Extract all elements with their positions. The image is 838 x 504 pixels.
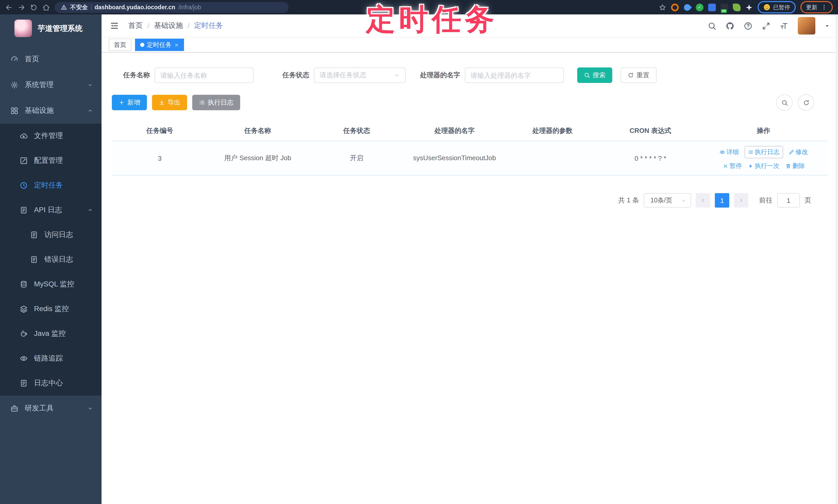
scrollbar[interactable]: [835, 14, 838, 504]
close-icon: [722, 163, 728, 169]
sidebar-item-label: Redis 监控: [34, 304, 69, 314]
blue-drop-extension-icon[interactable]: [683, 3, 692, 12]
chevron-down-icon: [87, 82, 93, 88]
pause-link[interactable]: 暂停: [722, 161, 742, 170]
next-page-button[interactable]: [734, 193, 748, 208]
breadcrumb-current: 定时任务: [194, 21, 223, 30]
breadcrumb-separator: /: [147, 22, 150, 30]
search-button[interactable]: 搜索: [577, 68, 612, 83]
task-name-input[interactable]: [155, 68, 254, 83]
url-host: dashboard.yudao.iocoder.cn: [94, 4, 175, 10]
dashboard-icon: [10, 55, 19, 64]
row-exec-log-link[interactable]: 执行日志: [745, 146, 783, 158]
blue-grid-extension-icon[interactable]: [708, 3, 716, 11]
plus-icon: [119, 100, 125, 106]
fullscreen-icon[interactable]: [762, 21, 770, 30]
cell-actions: 详细 执行日志 修改: [699, 146, 828, 170]
cell-task-name: 用户 Session 超时 Job: [208, 154, 308, 163]
handler-name-input[interactable]: [465, 68, 564, 83]
add-button[interactable]: 新增: [112, 95, 147, 110]
sidebar-item-error-log[interactable]: 错误日志: [0, 247, 102, 272]
sidebar-item-tracing[interactable]: 链路追踪: [0, 346, 102, 371]
sidebar-item-file-mgmt[interactable]: 文件管理: [0, 124, 102, 148]
app-title: 芋道管理系统: [38, 23, 83, 33]
sidebar-item-api-log[interactable]: API 日志: [0, 198, 102, 222]
sidebar-item-label: 文件管理: [34, 131, 63, 141]
caret-down-icon[interactable]: [825, 23, 830, 28]
close-icon[interactable]: [174, 42, 179, 47]
bookmark-star-icon[interactable]: [659, 3, 666, 11]
prev-page-button[interactable]: [696, 193, 710, 208]
filter-form: 任务名称 任务状态 请选择任务状态 处理器的名字 搜索 重置: [112, 68, 828, 83]
current-page-button[interactable]: 1: [715, 193, 729, 208]
column-header: 任务状态: [308, 126, 406, 136]
url-bar[interactable]: 不安全 dashboard.yudao.iocoder.cn /infra/jo…: [55, 2, 289, 13]
profile-paused-chip[interactable]: 已暂停: [757, 1, 796, 13]
column-header: 处理器的参数: [504, 126, 601, 136]
sidebar-item-home[interactable]: 首页: [0, 46, 102, 72]
breadcrumb-infra[interactable]: 基础设施: [154, 21, 183, 30]
white-star-extension-icon[interactable]: [745, 3, 753, 11]
sidebar-item-infra[interactable]: 基础设施: [0, 98, 102, 124]
sidebar-item-config-mgmt[interactable]: 配置管理: [0, 148, 102, 173]
edit-icon: [20, 157, 28, 165]
tab-home[interactable]: 首页: [109, 39, 132, 51]
pagination: 共 1 条 10条/页 1 前往 页: [112, 193, 828, 208]
url-path: /infra/job: [178, 4, 201, 10]
sidebar-item-label: 研发工具: [25, 404, 54, 413]
task-status-select[interactable]: 请选择任务状态: [314, 68, 406, 83]
table-row[interactable]: 3 用户 Session 超时 Job 开启 sysUserSessionTim…: [112, 142, 828, 176]
green-check-extension-icon[interactable]: ✓: [696, 3, 703, 11]
github-icon[interactable]: [726, 21, 734, 30]
eye-icon: [719, 149, 725, 155]
infra-submenu: 文件管理 配置管理 定时任务 API 日志 访问日志: [0, 124, 102, 396]
log-icon: [20, 206, 28, 214]
exec-log-button[interactable]: 执行日志: [192, 95, 240, 110]
toggle-search-button[interactable]: [776, 94, 793, 111]
sidebar-item-log-center[interactable]: 日志中心: [0, 371, 102, 396]
menu-dots-icon[interactable]: [821, 4, 827, 10]
run-once-link[interactable]: 执行一次: [748, 161, 780, 170]
column-header: CRON 表达式: [601, 126, 699, 136]
back-icon[interactable]: [5, 3, 13, 11]
sidebar-fold-icon[interactable]: [110, 21, 119, 30]
avatar[interactable]: [798, 17, 815, 35]
tab-scheduled-task[interactable]: 定时任务: [135, 39, 184, 51]
home-icon[interactable]: [42, 3, 50, 11]
dark-on-extension-icon[interactable]: on: [720, 3, 728, 11]
clock-icon: [20, 181, 28, 190]
sidebar-item-access-log[interactable]: 访问日志: [0, 222, 102, 247]
sidebar-item-java-monitor[interactable]: Java 监控: [0, 321, 102, 346]
column-header: 任务名称: [208, 126, 308, 136]
edit-link[interactable]: 修改: [788, 146, 808, 158]
search-icon[interactable]: [708, 21, 716, 30]
logo-image: [14, 20, 32, 37]
sidebar-item-redis-monitor[interactable]: Redis 监控: [0, 297, 102, 321]
leaf-extension-icon[interactable]: [733, 3, 740, 11]
update-chip[interactable]: 更新: [800, 1, 833, 13]
cloud-upload-icon: [20, 132, 28, 140]
search-icon: [781, 99, 788, 106]
text-size-icon[interactable]: [780, 21, 788, 30]
export-button[interactable]: 导出: [152, 95, 187, 110]
main-content: 任务名称 任务状态 请选择任务状态 处理器的名字 搜索 重置 新增: [102, 53, 838, 504]
chevron-left-icon: [700, 197, 706, 203]
chevron-up-icon: [87, 108, 93, 114]
sidebar-item-system[interactable]: 系统管理: [0, 72, 102, 98]
delete-link[interactable]: 删除: [785, 161, 805, 170]
page-size-value: 10条/页: [650, 196, 672, 205]
sidebar-item-scheduled-task[interactable]: 定时任务: [0, 173, 102, 198]
reload-icon[interactable]: [30, 3, 38, 11]
orange-donut-extension-icon[interactable]: [671, 3, 679, 11]
refresh-table-button[interactable]: [798, 94, 814, 111]
forward-icon[interactable]: [18, 3, 25, 11]
sidebar-item-dev-tools[interactable]: 研发工具: [0, 396, 102, 421]
sidebar-item-mysql-monitor[interactable]: MySQL 监控: [0, 272, 102, 297]
breadcrumb-home[interactable]: 首页: [128, 21, 143, 30]
page-size-select[interactable]: 10条/页: [644, 193, 691, 208]
reset-button[interactable]: 重置: [621, 68, 657, 83]
goto-page-input[interactable]: [777, 193, 800, 208]
help-icon[interactable]: [744, 21, 752, 30]
detail-link[interactable]: 详细: [719, 146, 739, 158]
not-secure-icon: [61, 4, 67, 10]
